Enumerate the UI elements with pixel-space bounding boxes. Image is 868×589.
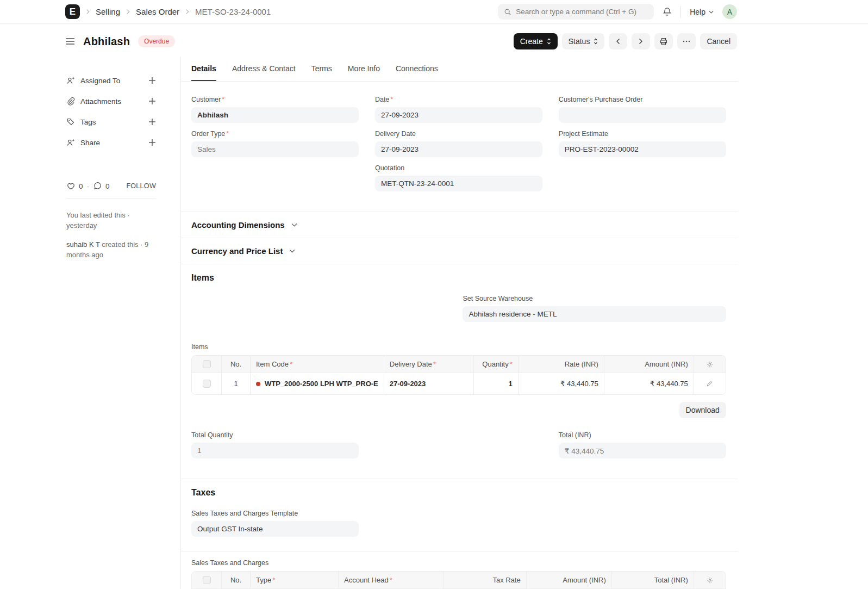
row-checkbox[interactable] <box>203 380 211 388</box>
items-totals: Total Quantity 1 Total (INR) ₹ 43,440.75 <box>191 431 726 479</box>
comments-button[interactable]: 0 <box>93 182 110 190</box>
customer-field: Customer* Abhilash <box>191 96 359 123</box>
breadcrumb-selling[interactable]: Selling <box>96 7 120 16</box>
notifications-bell-icon[interactable] <box>663 7 672 16</box>
items-table: No. Item Code* Delivery Date* Quantity* … <box>191 355 726 395</box>
col-delivery-date: Delivery Date* <box>384 356 473 373</box>
follow-button[interactable]: FOLLOW <box>126 182 156 190</box>
sidebar-label: Assigned To <box>80 77 148 85</box>
chevron-right-icon <box>639 38 643 45</box>
customer-po-input[interactable] <box>559 107 726 123</box>
edit-row-button[interactable] <box>706 380 713 387</box>
taxes-section: Taxes Sales Taxes and Charges Template O… <box>181 479 738 589</box>
cell-rate[interactable]: ₹ 43,440.75 <box>518 373 604 394</box>
tab-terms[interactable]: Terms <box>311 64 332 81</box>
ellipsis-icon <box>683 40 690 42</box>
form-tabs: Details Address & Contact Terms More Inf… <box>181 57 738 82</box>
date-input[interactable]: 27-09-2023 <box>375 107 542 123</box>
cell-delivery-date[interactable]: 27-09-2023 <box>384 373 473 394</box>
quotation-input[interactable]: MET-QTN-23-24-0001 <box>375 176 542 191</box>
required-mark: * <box>390 96 393 103</box>
taxes-grid-block: Sales Taxes and Charges No. Type* Accoun… <box>181 551 738 589</box>
navbar-actions: Help A <box>498 4 737 20</box>
total-inr-field: Total (INR) ₹ 43,440.75 <box>559 431 726 458</box>
breadcrumb: E Selling Sales Order MET-SO-23-24-0001 <box>65 4 271 19</box>
quotation-label: Quotation <box>375 164 542 172</box>
share-button[interactable] <box>148 139 156 146</box>
search-icon <box>504 8 511 16</box>
project-estimate-input[interactable]: PRO-EST-2023-00002 <box>559 141 726 157</box>
section-currency-price-list[interactable]: Currency and Price List <box>181 238 738 264</box>
details-fields: Customer* Abhilash Order Type* Sales Dat… <box>181 82 738 212</box>
add-attachment-button[interactable] <box>148 97 156 105</box>
col-account-head: Account Head* <box>338 572 443 588</box>
tab-more-info[interactable]: More Info <box>348 64 380 81</box>
app-logo[interactable]: E <box>65 4 80 19</box>
select-all-checkbox[interactable] <box>203 360 211 368</box>
cancel-button[interactable]: Cancel <box>700 33 737 49</box>
download-button[interactable]: Download <box>679 402 726 418</box>
configure-columns-button[interactable] <box>706 361 714 368</box>
tab-details[interactable]: Details <box>191 64 216 81</box>
sidebar-label: Attachments <box>80 97 148 106</box>
configure-columns-button[interactable] <box>706 576 714 584</box>
add-tag-button[interactable] <box>148 118 156 126</box>
items-table-row[interactable]: 1 WTP_2000-2500 LPH WTP_PRO-E 27-09-2023… <box>192 373 726 394</box>
taxes-table-header: No. Type* Account Head* Tax Rate Amount … <box>192 572 726 588</box>
form-main: Details Address & Contact Terms More Inf… <box>180 57 738 589</box>
like-count: 0 <box>79 182 83 190</box>
breadcrumb-document-id: MET-SO-23-24-0001 <box>195 7 271 16</box>
navbar-divider <box>680 6 681 18</box>
create-button[interactable]: Create <box>514 33 558 49</box>
delivery-date-input[interactable]: 27-09-2023 <box>375 141 542 157</box>
document-sidebar: Assigned To Attachments Tags Share <box>65 57 180 589</box>
source-warehouse-label: Set Source Warehouse <box>463 295 726 302</box>
col-no: No. <box>221 356 250 373</box>
like-button[interactable]: 0 <box>66 182 83 190</box>
next-document-button[interactable] <box>632 33 650 49</box>
last-edited-note: You last edited this · yesterday <box>66 210 156 231</box>
col-amount: Amount (INR) <box>526 572 611 588</box>
chevron-left-icon <box>616 38 620 45</box>
source-warehouse-field: Set Source Warehouse Abhilash residence … <box>463 295 726 322</box>
items-table-header: No. Item Code* Delivery Date* Quantity* … <box>192 356 726 373</box>
menu-ellipsis-button[interactable] <box>677 33 696 49</box>
required-mark: * <box>433 360 436 368</box>
taxes-template-label: Sales Taxes and Charges Template <box>191 510 359 517</box>
created-by-user[interactable]: suhaib K T <box>66 240 100 249</box>
cell-quantity[interactable]: 1 <box>473 373 518 394</box>
sidebar-separator <box>66 198 156 199</box>
app-logo-letter: E <box>70 7 76 17</box>
select-all-checkbox[interactable] <box>203 576 211 584</box>
items-section: Items Set Source Warehouse Abhilash resi… <box>181 264 738 479</box>
status-badge: Overdue <box>138 35 175 47</box>
cell-item-code[interactable]: WTP_2000-2500 LPH WTP_PRO-E <box>250 373 384 394</box>
items-grid-label: Items <box>191 343 726 351</box>
item-status-dot <box>256 382 260 386</box>
create-button-label: Create <box>520 37 543 46</box>
section-accounting-dimensions[interactable]: Accounting Dimensions <box>181 212 738 238</box>
previous-document-button[interactable] <box>609 33 627 49</box>
col-quantity: Quantity* <box>473 356 518 373</box>
sidebar-item-tags: Tags <box>66 117 156 126</box>
source-warehouse-input[interactable]: Abhilash residence - METL <box>463 306 726 322</box>
col-tax-rate: Tax Rate <box>443 572 526 588</box>
help-menu[interactable]: Help <box>690 8 714 16</box>
page-header: Abhilash Overdue Create Status <box>0 24 868 57</box>
add-assignment-button[interactable] <box>148 77 156 84</box>
tab-address-contact[interactable]: Address & Contact <box>232 64 296 81</box>
breadcrumb-sales-order[interactable]: Sales Order <box>136 7 179 16</box>
tab-connections[interactable]: Connections <box>396 64 438 81</box>
print-button[interactable] <box>654 33 673 49</box>
sidebar-toggle-icon[interactable] <box>65 38 75 45</box>
search-input[interactable] <box>516 8 648 16</box>
cell-amount[interactable]: ₹ 43,440.75 <box>604 373 694 394</box>
global-search[interactable] <box>498 4 654 20</box>
taxes-template-field: Sales Taxes and Charges Template Output … <box>191 510 359 537</box>
user-avatar[interactable]: A <box>722 4 737 19</box>
status-button[interactable]: Status <box>562 33 605 49</box>
order-type-input[interactable]: Sales <box>191 141 359 157</box>
dot-separator: · <box>87 182 90 190</box>
taxes-template-input[interactable]: Output GST In-state <box>191 521 359 537</box>
customer-input[interactable]: Abhilash <box>191 107 359 123</box>
